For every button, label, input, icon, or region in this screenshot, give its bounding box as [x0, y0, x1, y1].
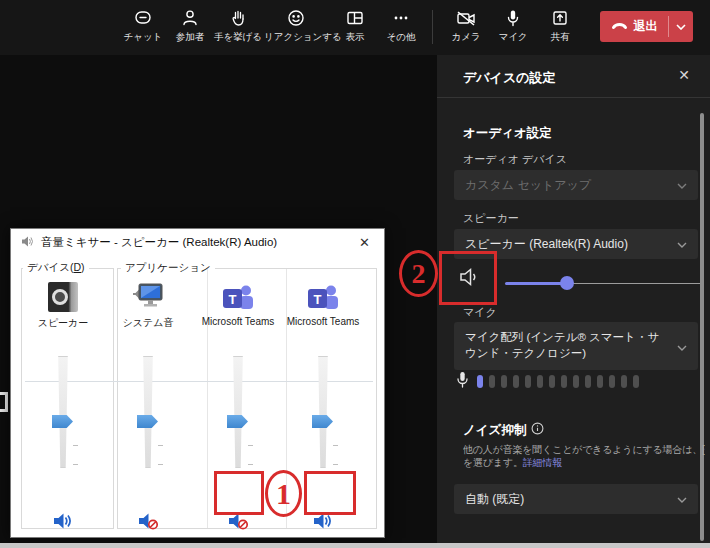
- svg-text:T: T: [229, 292, 237, 307]
- mic-level-meter: [456, 373, 639, 389]
- audio-device-label: オーディオ デバイス: [463, 152, 567, 167]
- mic-meter-bar: [489, 375, 495, 388]
- speaker-device-icon: [48, 282, 78, 312]
- mixer-column-name: スピーカー: [21, 316, 105, 330]
- panel-header-divider: [437, 97, 710, 98]
- annotation-box-muted-teams: [214, 471, 264, 515]
- mic-meter-bar: [585, 375, 591, 388]
- mic-meter-bar: [561, 375, 567, 388]
- info-icon[interactable]: [531, 421, 544, 439]
- mic-meter-bar: [573, 375, 579, 388]
- leave-button[interactable]: 退出: [600, 11, 693, 42]
- mic-small-icon: [456, 371, 469, 392]
- volume-slider-track[interactable]: [231, 356, 246, 468]
- leave-label: 退出: [634, 18, 658, 35]
- chevron-down-icon: [677, 178, 687, 192]
- mute-toggle-button[interactable]: [52, 511, 74, 531]
- svg-text:T: T: [314, 292, 322, 307]
- share-button[interactable]: 共有: [528, 7, 592, 44]
- panel-scrollbar[interactable]: [700, 113, 704, 541]
- learn-more-link[interactable]: 詳細情報: [523, 457, 562, 468]
- volume-slider-thumb[interactable]: [227, 415, 248, 428]
- mic-meter-bar: [621, 375, 627, 388]
- noise-description-line1: 他の人が音楽を聞くことができるようにする場合は、[低]: [463, 443, 705, 457]
- volume-slider-thumb[interactable]: [312, 415, 333, 428]
- reactions-icon: [264, 7, 328, 29]
- panel-close-icon[interactable]: ✕: [678, 67, 690, 83]
- mixer-column-speaker: スピーカー: [20, 268, 106, 529]
- mic-label: マイク: [463, 305, 497, 320]
- volume-slider-thumb[interactable]: [52, 415, 73, 428]
- annotation-box-unmuted-teams: [304, 471, 356, 515]
- mixer-titlebar[interactable]: 音量ミキサー - スピーカー (Realtek(R) Audio) ✕: [11, 229, 384, 256]
- mic-meter-bar: [477, 375, 483, 388]
- volume-slider-track[interactable]: [316, 356, 331, 468]
- meeting-toolbar: チャット 参加者 手を挙げる リアクションする 表示: [0, 0, 710, 55]
- raise-hand-label: 手を挙げる: [206, 31, 270, 44]
- meeting-stage: 音量ミキサー - スピーカー (Realtek(R) Audio) ✕ デバイス…: [0, 55, 437, 543]
- mic-dropdown[interactable]: マイク配列 (インテル® スマート・サウンド・テクノロジー): [454, 322, 698, 370]
- reactions-label: リアクションする: [264, 31, 328, 44]
- mic-meter-bar: [549, 375, 555, 388]
- mic-meter-bar: [609, 375, 615, 388]
- noise-suppression-heading: ノイズ抑制: [463, 422, 526, 439]
- mixer-column-name: Microsoft Teams: [281, 316, 365, 327]
- speaker-test-icon[interactable]: [457, 265, 481, 293]
- mixer-column-name: Microsoft Teams: [196, 316, 280, 327]
- teams-icon: T: [221, 282, 255, 316]
- slider-fill: [505, 282, 567, 285]
- toolbar-divider: [432, 10, 433, 44]
- speaker-label: スピーカー: [463, 211, 519, 226]
- mixer-column-name: システム音: [106, 316, 190, 330]
- reactions-button[interactable]: リアクションする: [264, 7, 328, 44]
- clipped-background-glyph: [0, 392, 8, 412]
- raise-hand-icon: [206, 7, 270, 29]
- volume-slider-thumb[interactable]: [137, 415, 158, 428]
- chevron-down-icon: [677, 237, 687, 251]
- mic-meter-bar: [597, 375, 603, 388]
- volume-slider-track[interactable]: [141, 356, 156, 468]
- mic-meter-bar: [537, 375, 543, 388]
- speaker-volume-slider[interactable]: [505, 276, 710, 290]
- speaker-small-icon: [21, 234, 34, 252]
- panel-title: デバイスの設定: [463, 69, 556, 87]
- audio-device-dropdown[interactable]: カスタム セットアップ: [454, 170, 698, 200]
- bottom-edge-strip: [0, 543, 710, 548]
- teams-meeting-window: チャット 参加者 手を挙げる リアクションする 表示: [0, 0, 710, 548]
- share-icon: [528, 7, 592, 29]
- slider-track: [567, 283, 700, 285]
- more-button[interactable]: その他: [369, 7, 433, 44]
- mic-meter-bar: [525, 375, 531, 388]
- mixer-title: 音量ミキサー - スピーカー (Realtek(R) Audio): [41, 235, 277, 250]
- mic-meter-bars: [477, 375, 639, 388]
- device-settings-panel: デバイスの設定 ✕ オーディオ設定 オーディオ デバイス カスタム セットアップ…: [437, 55, 710, 543]
- noise-description-line2: を選びます。詳細情報: [463, 456, 705, 470]
- raise-hand-button[interactable]: 手を挙げる: [206, 7, 270, 44]
- mic-meter-bar: [633, 375, 639, 388]
- system-sounds-icon: [131, 282, 165, 316]
- teams-icon: T: [306, 282, 340, 316]
- mic-meter-bar: [501, 375, 507, 388]
- mixer-column-system-sounds: システム音: [105, 268, 191, 529]
- volume-slider-track[interactable]: [56, 356, 71, 468]
- share-label: 共有: [528, 31, 592, 44]
- noise-suppression-dropdown[interactable]: 自動 (既定): [454, 484, 698, 514]
- chevron-down-icon: [677, 339, 687, 355]
- annotation-step-1: 1: [265, 470, 302, 517]
- mic-meter-bar: [513, 375, 519, 388]
- slider-thumb[interactable]: [560, 276, 574, 290]
- leave-options-chevron[interactable]: [669, 24, 693, 30]
- chevron-down-icon: [677, 492, 687, 506]
- more-label: その他: [369, 31, 433, 44]
- audio-settings-heading: オーディオ設定: [463, 125, 552, 142]
- annotation-step-2: 2: [399, 250, 438, 297]
- hangup-icon: [611, 20, 628, 34]
- more-icon: [369, 7, 433, 29]
- mute-toggle-button[interactable]: [137, 511, 159, 531]
- volume-mixer-dialog: 音量ミキサー - スピーカー (Realtek(R) Audio) ✕ デバイス…: [10, 228, 385, 538]
- mixer-close-icon[interactable]: ✕: [355, 235, 374, 250]
